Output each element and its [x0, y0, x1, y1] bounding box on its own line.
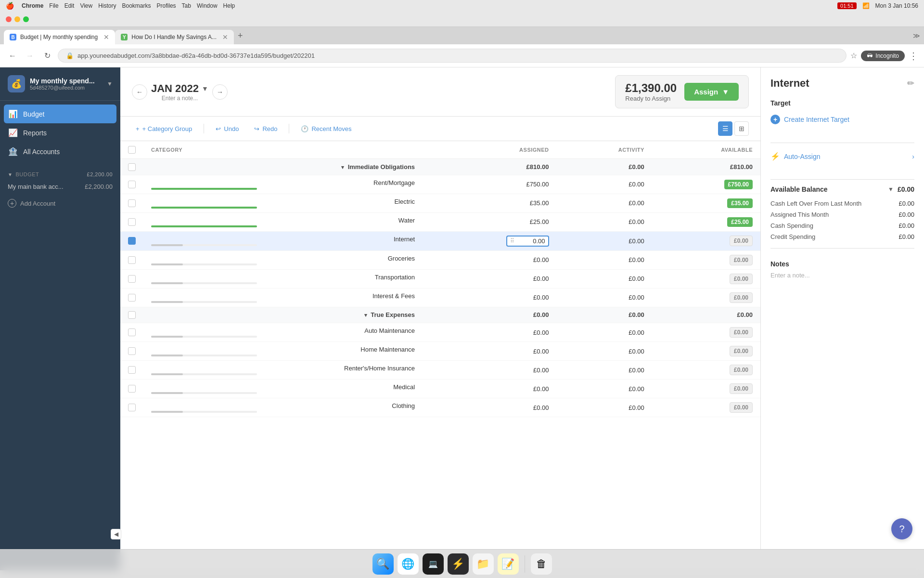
next-month-button[interactable]: → — [212, 84, 228, 100]
table-row[interactable]: Clothing £0.00 £0.00 £0.00 — [120, 398, 760, 417]
assign-button[interactable]: Assign ▼ — [684, 83, 739, 101]
month-chevron-icon[interactable]: ▼ — [202, 85, 208, 92]
forward-button[interactable]: → — [23, 49, 37, 63]
panel-edit-button[interactable]: ✏ — [907, 78, 914, 89]
table-row[interactable]: Auto Maintenance £0.00 £0.00 £0.00 — [120, 323, 760, 342]
cat-checkbox[interactable] — [128, 256, 136, 264]
add-account-button[interactable]: + Add Account — [0, 195, 120, 211]
cat-checkbox[interactable] — [128, 404, 136, 411]
group-checkbox[interactable] — [128, 311, 136, 319]
table-row[interactable]: Internet ⠿ £0.00 £0.00 — [120, 231, 760, 250]
undo-button[interactable]: ↩ Undo — [212, 123, 243, 134]
assigned-cell-internet[interactable]: ⠿ — [423, 231, 557, 250]
help-button[interactable]: ? — [891, 518, 912, 539]
group-checkbox[interactable] — [128, 163, 136, 171]
sidebar-chevron-icon[interactable]: ▼ — [107, 80, 113, 87]
assigned-month-amount: £0.00 — [898, 211, 914, 218]
close-window-btn[interactable] — [6, 16, 12, 22]
dock-files[interactable]: 📁 — [473, 553, 494, 575]
cat-checkbox[interactable] — [128, 199, 136, 207]
dock-trash[interactable]: 🗑 — [531, 553, 552, 575]
bookmarks-menu-item[interactable]: Bookmarks — [122, 2, 151, 9]
view-list-button[interactable]: ☰ — [718, 121, 732, 136]
dock-finder[interactable]: 🔍 — [372, 553, 394, 575]
notes-input[interactable]: Enter a note... — [770, 272, 914, 279]
month-title[interactable]: JAN 2022 ▼ — [151, 82, 208, 95]
table-row[interactable]: Transportation £0.00 £0.00 £0.00 — [120, 269, 760, 288]
select-all-checkbox[interactable] — [128, 146, 136, 154]
cat-checkbox[interactable] — [128, 328, 136, 336]
group-expand-icon[interactable]: ▾ — [341, 164, 344, 170]
section-chevron-icon[interactable]: ▼ — [8, 172, 13, 177]
table-row[interactable]: Home Maintenance £0.00 £0.00 £0.00 — [120, 342, 760, 361]
month-note[interactable]: Enter a note... — [151, 95, 208, 102]
cat-checkbox[interactable] — [128, 385, 136, 393]
window-menu-item[interactable]: Window — [197, 2, 218, 9]
bookmark-icon[interactable]: ☆ — [850, 51, 857, 60]
add-category-group-button[interactable]: + + Category Group — [132, 123, 196, 134]
table-row[interactable]: Medical £0.00 £0.00 £0.00 — [120, 380, 760, 398]
file-menu-item[interactable]: File — [49, 2, 58, 9]
table-row[interactable]: Electric £35.00 £0.00 £35.00 — [120, 194, 760, 212]
ready-label: Ready to Assign — [625, 95, 677, 102]
sidebar-item-all-accounts[interactable]: 🏦 All Accounts — [0, 142, 120, 161]
minimize-window-btn[interactable] — [14, 16, 20, 22]
cat-checkbox[interactable] — [128, 294, 136, 302]
collapse-sidebar-button[interactable]: ◀ — [111, 529, 121, 539]
panel-divider-2 — [770, 179, 914, 180]
assigned-input[interactable] — [516, 237, 545, 245]
dock-scripts[interactable]: ⚡ — [448, 553, 469, 575]
balance-header[interactable]: Available Balance ▼ £0.00 — [770, 185, 914, 193]
cat-available: £0.00 — [652, 323, 760, 342]
sidebar-header[interactable]: 💰 My monthly spend... 5d485270@uifeed.co… — [0, 67, 120, 101]
back-button[interactable]: ← — [6, 49, 19, 63]
prev-month-button[interactable]: ← — [132, 84, 147, 100]
dock-notes[interactable]: 📝 — [498, 553, 519, 575]
group-available: £810.00 — [652, 159, 760, 175]
more-options-icon[interactable]: ⋮ — [909, 50, 918, 62]
tab-close-savings[interactable]: ✕ — [222, 33, 228, 41]
cat-checkbox[interactable] — [128, 347, 136, 355]
tab-budget[interactable]: B Budget | My monthly spending ✕ — [4, 30, 115, 44]
table-row[interactable]: Water £25.00 £0.00 £25.00 — [120, 212, 760, 231]
sidebar-account-item[interactable]: My main bank acc... £2,200.00 — [0, 180, 120, 193]
create-internet-target-button[interactable]: + Create Internet Target — [770, 112, 914, 127]
tab-savings[interactable]: Y How Do I Handle My Savings A... ✕ — [115, 30, 234, 44]
cat-checkbox[interactable] — [128, 275, 136, 283]
assigned-input-wrapper[interactable]: ⠿ — [506, 236, 549, 247]
cat-checkbox[interactable] — [128, 366, 136, 374]
sidebar-item-budget[interactable]: 📊 Budget — [4, 105, 116, 123]
dock-terminal[interactable]: 💻 — [423, 553, 444, 575]
fullscreen-window-btn[interactable] — [23, 16, 29, 22]
table-header-row: CATEGORY ASSIGNED ACTIVITY AVAILABLE — [120, 141, 760, 159]
url-bar[interactable]: 🔒 app.youneedabudget.com/3a8bbdae-d62a-4… — [58, 49, 847, 63]
cat-checkbox[interactable] — [128, 237, 136, 245]
history-menu-item[interactable]: History — [98, 2, 116, 9]
auto-assign-button[interactable]: ⚡ Auto-Assign › — [770, 149, 914, 164]
sidebar-item-reports[interactable]: 📈 Reports — [0, 123, 120, 142]
help-menu-item[interactable]: Help — [223, 2, 235, 9]
table-row[interactable]: Rent/Mortgage £750.00 £0.00 £750.00 — [120, 175, 760, 194]
table-group-row[interactable]: ▾ Immediate Obligations £810.00 £0.00 £8… — [120, 159, 760, 175]
tab-menu-item[interactable]: Tab — [182, 2, 191, 9]
group-expand-icon[interactable]: ▾ — [364, 312, 367, 318]
wifi-icon: 📶 — [862, 2, 870, 9]
tab-close-budget[interactable]: ✕ — [103, 33, 109, 41]
table-row[interactable]: Groceries £0.00 £0.00 £0.00 — [120, 250, 760, 269]
cat-checkbox[interactable] — [128, 218, 136, 226]
table-group-row[interactable]: ▾ True Expenses £0.00 £0.00 £0.00 — [120, 307, 760, 323]
table-row[interactable]: Interest & Fees £0.00 £0.00 £0.00 — [120, 288, 760, 307]
dock-chrome[interactable]: 🌐 — [398, 553, 419, 575]
view-grid-button[interactable]: ⊞ — [734, 121, 749, 136]
view-menu-item[interactable]: View — [80, 2, 92, 9]
redo-button[interactable]: ↪ Redo — [250, 123, 281, 134]
new-tab-button[interactable]: + — [238, 28, 243, 43]
cat-checkbox[interactable] — [128, 181, 136, 188]
reload-button[interactable]: ↻ — [40, 49, 54, 63]
profiles-menu-item[interactable]: Profiles — [157, 2, 176, 9]
recent-moves-button[interactable]: 🕐 Recent Moves — [297, 123, 355, 134]
table-row[interactable]: Renter's/Home Insurance £0.00 £0.00 £0.0… — [120, 361, 760, 380]
edit-menu-item[interactable]: Edit — [64, 2, 75, 9]
tab-extras[interactable]: ≫ — [913, 32, 920, 39]
chrome-menu-item[interactable]: Chrome — [22, 2, 43, 9]
